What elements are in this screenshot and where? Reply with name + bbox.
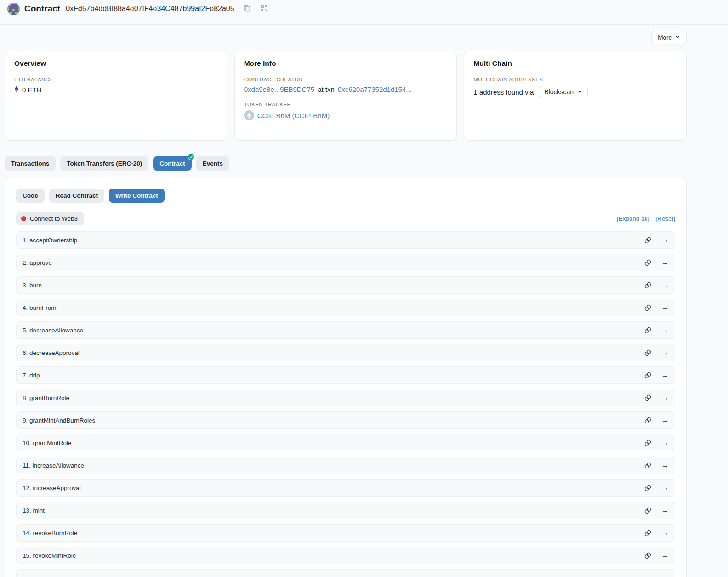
permalink-icon[interactable] bbox=[644, 371, 652, 379]
permalink-icon[interactable] bbox=[644, 326, 652, 334]
function-row-increaseAllowance[interactable]: 11. increaseAllowance → bbox=[16, 457, 675, 474]
arrow-right-icon[interactable]: → bbox=[661, 236, 669, 244]
creator-address-link[interactable]: 0xda9e8e...9EB9DC75 bbox=[244, 86, 314, 93]
header-divider bbox=[0, 24, 728, 25]
function-row-mint[interactable]: 13. mint → bbox=[16, 502, 675, 519]
function-name: 5. decreaseAllowance bbox=[23, 327, 83, 334]
permalink-icon[interactable] bbox=[644, 281, 652, 289]
contract-header: Contract 0xFd57b4ddBf88a4e07fF4e34C487b9… bbox=[0, 0, 728, 17]
contract-panel: Code Read Contract Write Contract Connec… bbox=[5, 177, 687, 577]
contract-creator-label: CONTRACT CREATOR bbox=[244, 77, 448, 82]
qr-code-icon bbox=[260, 4, 268, 13]
connect-row: Connect to Web3 [Expand all] [Reset] bbox=[16, 212, 675, 225]
permalink-icon[interactable] bbox=[644, 417, 652, 424]
function-row-burn[interactable]: 3. burn → bbox=[16, 276, 675, 294]
permalink-icon[interactable] bbox=[644, 259, 652, 267]
permalink-icon[interactable] bbox=[644, 529, 652, 537]
eth-balance-value: 0 ETH bbox=[22, 86, 42, 94]
arrow-right-icon[interactable]: → bbox=[661, 484, 669, 491]
arrow-right-icon[interactable]: → bbox=[661, 529, 669, 537]
toolbar-row: More bbox=[5, 31, 687, 44]
function-row-revokeBurnRole[interactable]: 14. revokeBurnRole → bbox=[16, 524, 675, 542]
contract-identicon bbox=[7, 3, 20, 15]
blockscan-dropdown[interactable]: Blockscan bbox=[539, 86, 588, 98]
function-name: 8. grantBurnRole bbox=[23, 394, 69, 401]
more-button-label: More bbox=[658, 34, 672, 41]
verified-check-icon bbox=[188, 154, 194, 160]
contract-subtabs: Code Read Contract Write Contract bbox=[16, 189, 675, 203]
function-row-revokeMintRole[interactable]: 15. revokeMintRole → bbox=[16, 547, 675, 564]
copy-icon bbox=[243, 4, 251, 14]
subtab-code[interactable]: Code bbox=[16, 189, 45, 203]
function-name: 11. increaseAllowance bbox=[23, 462, 84, 469]
permalink-icon[interactable] bbox=[644, 349, 652, 357]
arrow-right-icon[interactable]: → bbox=[661, 417, 669, 424]
function-row-grantBurnRole[interactable]: 8. grantBurnRole → bbox=[16, 389, 675, 406]
function-row-grantMintAndBurnRoles[interactable]: 9. grantMintAndBurnRoles → bbox=[16, 411, 675, 429]
function-row-burnFrom[interactable]: 4. burnFrom → bbox=[16, 299, 675, 316]
arrow-right-icon[interactable]: → bbox=[661, 507, 669, 514]
permalink-icon[interactable] bbox=[644, 394, 652, 402]
permalink-icon[interactable] bbox=[644, 484, 652, 492]
arrow-right-icon[interactable]: → bbox=[661, 326, 669, 334]
function-name: 14. revokeBurnRole bbox=[23, 530, 77, 537]
function-row-approve[interactable]: 2. approve → bbox=[16, 254, 675, 271]
arrow-right-icon[interactable]: → bbox=[661, 259, 669, 266]
arrow-right-icon[interactable]: → bbox=[661, 371, 669, 379]
copy-address-button[interactable] bbox=[242, 3, 252, 15]
page-title: Contract bbox=[24, 4, 60, 14]
permalink-icon[interactable] bbox=[644, 304, 652, 312]
chevron-down-icon bbox=[577, 88, 582, 96]
contract-page: Contract 0xFd57b4ddBf88a4e07fF4e34C487b9… bbox=[0, 0, 728, 577]
expand-all-link[interactable]: [Expand all] bbox=[617, 215, 649, 222]
connect-to-web3-button[interactable]: Connect to Web3 bbox=[16, 212, 84, 225]
blockscan-dropdown-label: Blockscan bbox=[544, 88, 574, 96]
permalink-icon[interactable] bbox=[644, 462, 652, 469]
eth-balance-label: ETH BALANCE bbox=[14, 77, 218, 82]
multi-chain-card: Multi Chain MULTICHAIN ADDRESSES 1 addre… bbox=[464, 51, 687, 141]
permalink-icon[interactable] bbox=[644, 507, 652, 514]
function-name: 13. mint bbox=[23, 507, 45, 514]
write-functions-list: 1. acceptOwnership → 2. approve → 3. bur… bbox=[16, 231, 675, 577]
multichain-addresses-row: 1 address found via Blockscan bbox=[473, 86, 677, 98]
function-name: 10. grantMintRole bbox=[23, 440, 72, 446]
function-row-partial[interactable] bbox=[16, 569, 675, 577]
eth-diamond-icon bbox=[14, 86, 19, 94]
more-button[interactable]: More bbox=[651, 31, 687, 44]
permalink-icon[interactable] bbox=[644, 552, 652, 560]
qr-code-button[interactable] bbox=[259, 3, 269, 14]
arrow-right-icon[interactable]: → bbox=[661, 349, 669, 356]
function-row-acceptOwnership[interactable]: 1. acceptOwnership → bbox=[16, 231, 675, 249]
token-tracker-label: TOKEN TRACKER bbox=[244, 102, 448, 107]
function-name: 4. burnFrom bbox=[23, 304, 57, 311]
permalink-icon[interactable] bbox=[644, 236, 652, 244]
contract-address: 0xFd57b4ddBf88a4e07fF4e34C487b99af2Fe82a… bbox=[66, 5, 234, 13]
chevron-down-icon bbox=[675, 34, 680, 41]
tab-token-transfers[interactable]: Token Transfers (ERC-20) bbox=[60, 156, 148, 171]
tab-transactions[interactable]: Transactions bbox=[5, 156, 56, 171]
function-row-grantMintRole[interactable]: 10. grantMintRole → bbox=[16, 434, 675, 451]
reset-link[interactable]: [Reset] bbox=[655, 215, 675, 222]
permalink-icon[interactable] bbox=[644, 439, 652, 447]
subtab-write-contract[interactable]: Write Contract bbox=[109, 189, 165, 203]
multichain-addresses-label: MULTICHAIN ADDRESSES bbox=[473, 77, 677, 82]
overview-card: Overview ETH BALANCE 0 ETH bbox=[5, 51, 228, 141]
arrow-right-icon[interactable]: → bbox=[661, 552, 669, 559]
more-info-card: More Info CONTRACT CREATOR 0xda9e8e...9E… bbox=[234, 51, 457, 141]
function-row-drip[interactable]: 7. drip → bbox=[16, 366, 675, 384]
function-row-increaseApproval[interactable]: 12. increaseApproval → bbox=[16, 479, 675, 497]
tab-contract[interactable]: Contract bbox=[153, 156, 192, 171]
tab-events[interactable]: Events bbox=[196, 156, 229, 171]
subtab-read-contract[interactable]: Read Contract bbox=[49, 189, 104, 203]
creation-txn-link[interactable]: 0xc620a77352d1d154... bbox=[338, 86, 412, 93]
function-name: 15. revokeMintRole bbox=[23, 552, 76, 559]
function-row-decreaseApproval[interactable]: 6. decreaseApproval → bbox=[16, 344, 675, 361]
function-row-decreaseAllowance[interactable]: 5. decreaseAllowance → bbox=[16, 321, 675, 339]
addresses-found-text: 1 address found via bbox=[473, 88, 534, 96]
arrow-right-icon[interactable]: → bbox=[661, 304, 669, 311]
arrow-right-icon[interactable]: → bbox=[661, 439, 669, 446]
arrow-right-icon[interactable]: → bbox=[661, 394, 669, 401]
arrow-right-icon[interactable]: → bbox=[661, 281, 669, 289]
token-tracker-link[interactable]: CCIP-BnM (CCIP-BnM) bbox=[257, 112, 330, 120]
arrow-right-icon[interactable]: → bbox=[661, 462, 669, 469]
